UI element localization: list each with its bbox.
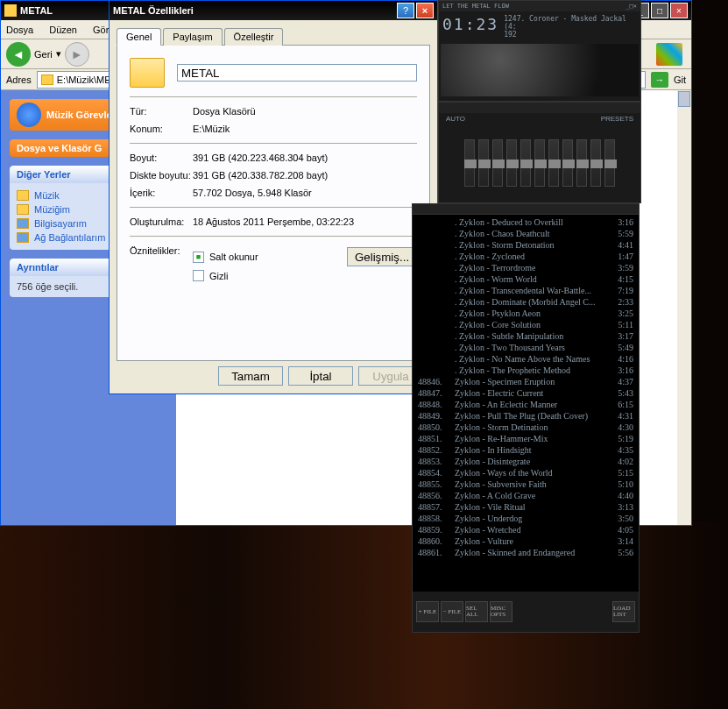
eq-band-slider[interactable] [478, 139, 489, 187]
playlist-row[interactable]: . Zyklon - No Name Above the Names4:16 [416, 353, 635, 365]
back-button[interactable]: ◄ [6, 42, 31, 67]
slider-thumb[interactable] [534, 160, 547, 168]
winamp-main-window[interactable]: LET THE METAL FLOW _□× 01:23 1247. Coron… [438, 0, 641, 102]
track-duration: 4:02 [609, 456, 633, 467]
go-button[interactable]: → [651, 72, 668, 88]
playlist-row[interactable]: . Zyklon - Core Solution5:11 [416, 319, 635, 330]
advanced-button[interactable]: Gelişmiş... [347, 247, 417, 266]
playlist-row[interactable]: 48858.Zyklon - Underdog3:50 [416, 513, 635, 524]
playlist-row[interactable]: 48852.Zyklon - In Hindsight4:35 [416, 444, 635, 456]
playlist-row[interactable]: 48855.Zyklon - Subversive Faith5:10 [416, 479, 635, 490]
load-list-button[interactable]: LOAD LIST [612, 601, 635, 622]
playlist-row[interactable]: 48847.Zyklon - Electric Current5:43 [416, 387, 635, 399]
playlist-row[interactable]: . Zyklon - Dominate (Morbid Angel C...2:… [416, 296, 635, 308]
playlist-row[interactable]: 48859.Zyklon - Wretched4:05 [416, 524, 635, 535]
playlist-row[interactable]: . Zyklon - Chaos Deathcult5:59 [416, 228, 635, 239]
hidden-checkbox[interactable] [193, 270, 204, 281]
playlist-row[interactable]: 48857.Zyklon - Vile Ritual3:13 [416, 501, 635, 513]
add-file-button[interactable]: + FILE [416, 601, 439, 622]
close-button[interactable]: × [416, 3, 434, 18]
menu-file[interactable]: Dosya [6, 25, 33, 35]
playlist-row[interactable]: 48850.Zyklon - Storm Detination4:30 [416, 422, 635, 433]
slider-thumb[interactable] [520, 160, 533, 168]
playlist-row[interactable]: . Zyklon - Subtle Manipulation3:17 [416, 330, 635, 342]
track-number: 48849. [418, 410, 455, 422]
tab-general[interactable]: Genel [117, 28, 161, 46]
playlist-row[interactable]: 48848.Zyklon - An Eclectic Manner6:15 [416, 399, 635, 410]
eq-band-slider[interactable] [506, 139, 517, 187]
eq-auto-label[interactable]: AUTO [446, 115, 465, 123]
back-dropdown-icon[interactable]: ▾ [56, 48, 61, 60]
slider-thumb[interactable] [548, 160, 561, 168]
track-number: 48848. [418, 399, 455, 410]
eq-band-slider[interactable] [562, 139, 573, 187]
playlist-row[interactable]: . Zyklon - Two Thousand Years5:49 [416, 342, 635, 353]
track-duration: 3:14 [609, 535, 633, 547]
eq-band-slider[interactable] [534, 139, 545, 187]
playlist-row[interactable]: . Zyklon - Transcendental War-Battle...7… [416, 285, 635, 296]
close-button[interactable]: × [670, 3, 688, 18]
misc-opts-button[interactable]: MISC OPTS [490, 601, 512, 622]
playlist-row[interactable]: 48853.Zyklon - Disintegrate4:02 [416, 456, 635, 467]
scrollbar-thumb[interactable] [678, 91, 690, 107]
vertical-scrollbar[interactable] [677, 90, 691, 525]
eq-titlebar[interactable] [439, 103, 640, 113]
playlist-titlebar[interactable] [413, 204, 639, 215]
select-all-button[interactable]: SEL ALL [465, 601, 488, 622]
maximize-button[interactable]: □ [651, 3, 668, 18]
ok-button[interactable]: Tamam [218, 366, 283, 386]
eq-band-slider[interactable] [604, 139, 615, 187]
window-controls[interactable]: _□× [626, 3, 637, 10]
track-number: 48857. [418, 501, 455, 513]
winamp-titlebar[interactable]: LET THE METAL FLOW _□× [439, 1, 640, 11]
eq-presets-label[interactable]: PRESETS [601, 115, 633, 123]
playlist-row[interactable]: 48860.Zyklon - Vulture3:14 [416, 535, 635, 547]
playlist-row[interactable]: . Zyklon - Terrordrome3:59 [416, 262, 635, 273]
playlist-row[interactable]: . Zyklon - Deduced to Overkill3:16 [416, 216, 635, 228]
track-title: Zyklon - Wretched [455, 524, 609, 535]
playlist-row[interactable]: 48849.Zyklon - Pull The Plug (Death Cove… [416, 410, 635, 422]
winamp-equalizer[interactable]: AUTO PRESETS [438, 102, 641, 203]
tab-customize[interactable]: Özelleştir [224, 28, 284, 46]
eq-band-slider[interactable] [576, 139, 587, 187]
track-number [418, 239, 455, 251]
eq-band-slider[interactable] [492, 139, 503, 187]
eq-band-slider[interactable] [548, 139, 559, 187]
playlist-row[interactable]: . Zyklon - Zycloned1:47 [416, 251, 635, 262]
playlist-row[interactable]: 48854.Zyklon - Ways of the World5:15 [416, 467, 635, 479]
winamp-playlist[interactable]: . Zyklon - Deduced to Overkill3:16. Zykl… [412, 203, 640, 633]
forward-button[interactable]: ► [65, 42, 89, 67]
playlist-row[interactable]: 48846.Zyklon - Specimen Eruption4:37 [416, 376, 635, 387]
slider-thumb[interactable] [590, 160, 603, 168]
slider-thumb[interactable] [492, 160, 505, 168]
created-value: 18 Ağustos 2011 Perşembe, 03:22:23 [193, 216, 354, 227]
remove-file-button[interactable]: − FILE [441, 601, 463, 622]
track-title: Zyklon - Pull The Plug (Death Cover) [455, 410, 609, 422]
playlist-row[interactable]: . Zyklon - Worm World4:15 [416, 273, 635, 285]
playlist-row[interactable]: . Zyklon - Storm Detonation4:41 [416, 239, 635, 251]
playlist-row[interactable]: . Zyklon - Psyklon Aeon3:25 [416, 308, 635, 319]
folder-name-input[interactable] [177, 64, 417, 82]
attr-label: Öznitelikler: [130, 245, 193, 283]
slider-thumb[interactable] [562, 160, 575, 168]
playlist-row[interactable]: . Zyklon - The Prophetic Method3:16 [416, 365, 635, 376]
eq-band-slider[interactable] [590, 139, 601, 187]
eq-band-slider[interactable] [464, 139, 475, 187]
slider-thumb[interactable] [464, 160, 477, 168]
playlist-row[interactable]: 48856.Zyklon - A Cold Grave4:40 [416, 490, 635, 501]
help-button[interactable]: ? [397, 3, 414, 18]
tab-sharing[interactable]: Paylaşım [163, 28, 222, 46]
menu-edit[interactable]: Düzen [49, 25, 77, 35]
playlist-rows[interactable]: . Zyklon - Deduced to Overkill3:16. Zykl… [413, 215, 639, 592]
dialog-titlebar[interactable]: METAL Özellikleri ? × [110, 1, 437, 20]
slider-thumb[interactable] [478, 160, 491, 168]
cancel-button[interactable]: İptal [288, 366, 353, 386]
track-duration: 2:33 [609, 296, 633, 308]
slider-thumb[interactable] [604, 160, 617, 168]
playlist-row[interactable]: 48861.Zyklon - Skinned and Endangered5:5… [416, 547, 635, 558]
eq-band-slider[interactable] [520, 139, 531, 187]
slider-thumb[interactable] [576, 160, 589, 168]
readonly-checkbox[interactable]: ■ [193, 252, 204, 263]
slider-thumb[interactable] [506, 160, 519, 168]
playlist-row[interactable]: 48851.Zyklon - Re-Hammer-Mix5:19 [416, 433, 635, 444]
